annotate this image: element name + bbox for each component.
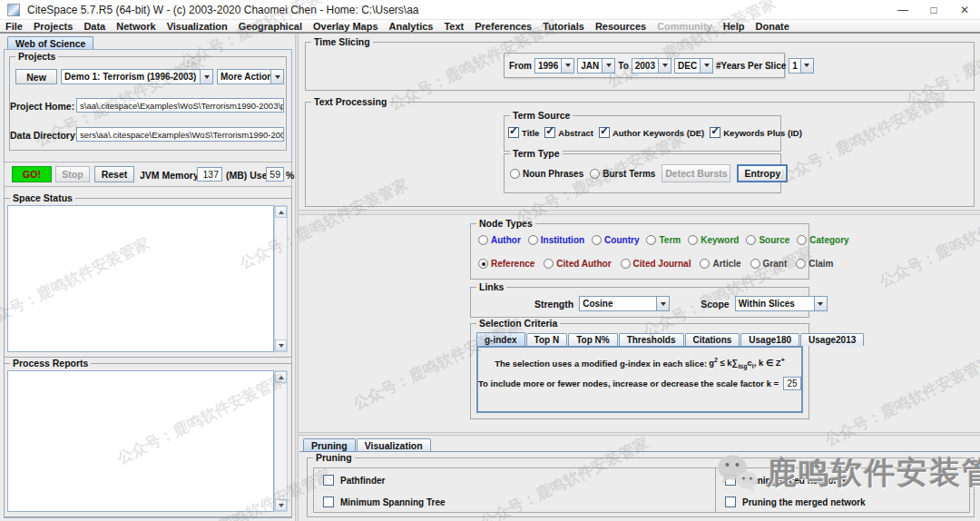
split-divider-vertical[interactable] [295, 34, 299, 521]
radio-icon[interactable] [478, 235, 488, 245]
space-status-textarea[interactable] [7, 205, 274, 352]
menu-item-donate[interactable]: Donate [750, 21, 795, 32]
from-month-combobox[interactable]: JAN [577, 58, 615, 74]
radio-category[interactable]: Category [797, 235, 848, 245]
close-button[interactable]: ✕ [949, 0, 980, 20]
menu-item-help[interactable]: Help [718, 21, 750, 32]
radio-icon[interactable] [510, 169, 520, 179]
menu-item-network[interactable]: Network [111, 21, 161, 32]
menu-item-tutorials[interactable]: Tutorials [537, 21, 590, 32]
checkbox-author-keywords[interactable]: Author Keywords (DE) [599, 127, 704, 138]
to-year-combobox[interactable]: 2003 [632, 58, 671, 74]
tab-top-n-percent[interactable]: Top N% [568, 333, 617, 346]
scale-factor-input[interactable]: 25 [783, 377, 801, 390]
radio-icon[interactable] [646, 235, 656, 245]
radio-term[interactable]: Term [646, 235, 681, 245]
scope-combobox[interactable]: Within Slices [735, 296, 828, 311]
tab-visualization[interactable]: Visualization [357, 438, 431, 451]
radio-source[interactable]: Source [746, 235, 789, 245]
more-actions-combobox[interactable]: More Actions ... [217, 69, 284, 84]
radio-author[interactable]: Author [478, 235, 521, 245]
radio-cited-journal[interactable]: Cited Journal [621, 259, 691, 269]
project-home-field[interactable]: s\aa\.citespace\Examples\WoS\Terrorism19… [76, 98, 284, 113]
tab-thresholds[interactable]: Thresholds [619, 333, 684, 346]
project-combobox[interactable]: Demo 1: Terrorism (1996-2003) [61, 69, 213, 84]
radio-icon[interactable] [750, 259, 760, 269]
tab-usage2013[interactable]: Usage2013 [800, 333, 864, 346]
checkbox-icon[interactable] [710, 127, 720, 138]
process-reports-scrollbar[interactable] [274, 370, 288, 512]
menu-item-visualization[interactable]: Visualization [162, 21, 233, 32]
radio-article[interactable]: Article [700, 259, 740, 269]
radio-icon[interactable] [528, 235, 538, 245]
radio-institution[interactable]: Institution [528, 235, 584, 245]
menu-item-text[interactable]: Text [438, 21, 469, 32]
radio-noun-phrases[interactable]: Noun Phrases [510, 169, 583, 179]
data-directory-field[interactable]: sers\aa\.citespace\Examples\WoS\Terroris… [76, 127, 284, 142]
checkbox-icon[interactable] [725, 496, 736, 507]
minimize-button[interactable]: — [887, 0, 918, 20]
checkbox-pruning-sliced-networks[interactable]: Pruning sliced networks [725, 475, 848, 486]
menu-item-analytics[interactable]: Analytics [384, 21, 439, 32]
menu-item-file[interactable]: File [0, 21, 28, 32]
reset-button[interactable]: Reset [94, 166, 134, 182]
radio-icon[interactable] [797, 235, 807, 245]
radio-icon[interactable] [590, 169, 600, 179]
scroll-down-button[interactable] [275, 339, 287, 351]
chevron-down-icon[interactable] [700, 59, 712, 73]
chevron-down-icon[interactable] [800, 59, 813, 73]
split-divider-horizontal[interactable] [299, 210, 980, 215]
strength-combobox[interactable]: Cosine [579, 296, 670, 311]
new-project-button[interactable]: New [15, 69, 57, 84]
radio-icon[interactable] [796, 259, 806, 269]
scroll-up-button[interactable] [275, 206, 287, 218]
tab-citations[interactable]: Citations [685, 333, 740, 346]
tab-g-index[interactable]: g-index [476, 332, 525, 346]
chevron-down-icon[interactable] [602, 59, 614, 73]
checkbox-icon[interactable] [725, 475, 736, 486]
checkbox-icon[interactable] [323, 475, 334, 486]
checkbox-icon[interactable] [599, 127, 610, 138]
radio-icon[interactable] [746, 235, 756, 245]
radio-icon[interactable] [688, 235, 698, 245]
tab-usage180[interactable]: Usage180 [740, 333, 799, 346]
from-year-combobox[interactable]: 1996 [534, 58, 574, 74]
checkbox-abstract[interactable]: Abstract [544, 127, 593, 138]
split-divider-horizontal[interactable] [299, 432, 980, 436]
chevron-down-icon[interactable] [814, 297, 827, 310]
radio-icon[interactable] [478, 259, 488, 269]
checkbox-keywords-plus[interactable]: Keywords Plus (ID) [710, 127, 802, 138]
chevron-down-icon[interactable] [656, 297, 669, 310]
checkbox-icon[interactable] [508, 127, 519, 138]
chevron-down-icon[interactable] [561, 59, 573, 73]
maximize-button[interactable]: □ [918, 0, 949, 20]
space-status-scrollbar[interactable] [274, 205, 288, 352]
chevron-down-icon[interactable] [270, 70, 283, 84]
menu-item-preferences[interactable]: Preferences [469, 21, 537, 32]
radio-icon[interactable] [700, 259, 710, 269]
radio-icon[interactable] [621, 259, 631, 269]
chevron-down-icon[interactable] [200, 70, 212, 84]
checkbox-icon[interactable] [544, 127, 555, 138]
radio-country[interactable]: Country [592, 235, 639, 245]
go-button[interactable]: GO! [12, 166, 52, 182]
radio-grant[interactable]: Grant [750, 259, 788, 269]
chevron-down-icon[interactable] [658, 59, 671, 73]
checkbox-pathfinder[interactable]: Pathfinder [323, 475, 385, 486]
radio-reference[interactable]: Reference [478, 259, 534, 269]
to-month-combobox[interactable]: DEC [674, 58, 713, 74]
radio-icon[interactable] [544, 259, 554, 269]
menu-item-projects[interactable]: Projects [28, 21, 78, 32]
entropy-button[interactable]: Entropy [737, 164, 788, 182]
process-reports-textarea[interactable] [7, 370, 274, 512]
menu-item-overlay-maps[interactable]: Overlay Maps [308, 21, 384, 32]
years-per-slice-combobox[interactable]: 1 [789, 58, 814, 74]
menu-item-data[interactable]: Data [78, 21, 111, 32]
checkbox-title[interactable]: Title [508, 127, 539, 138]
tab-pruning[interactable]: Pruning [303, 438, 356, 451]
radio-icon[interactable] [592, 235, 602, 245]
checkbox-pruning-merged-network[interactable]: Pruning the merged network [725, 496, 866, 507]
menu-item-resources[interactable]: Resources [590, 21, 652, 32]
scroll-up-button[interactable] [275, 371, 287, 383]
radio-cited-author[interactable]: Cited Author [544, 259, 611, 269]
